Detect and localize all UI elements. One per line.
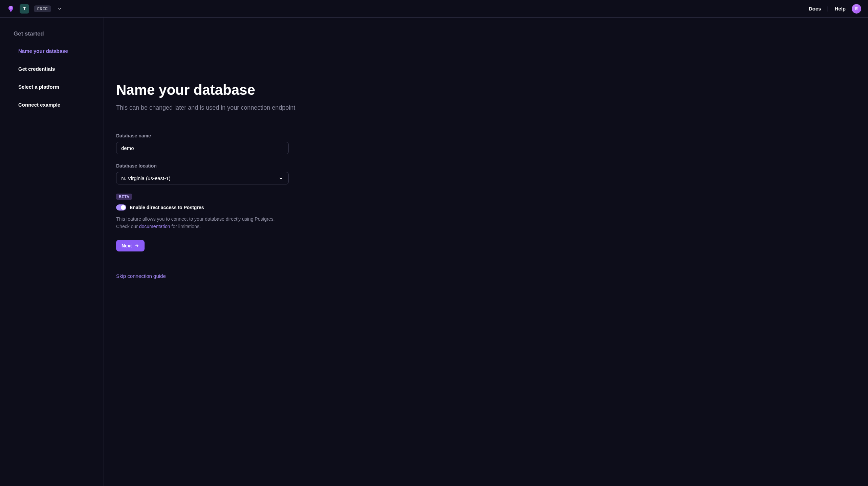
- toggle-row: Enable direct access to Postgres: [116, 204, 409, 211]
- header: T FREE Docs | Help E: [0, 0, 868, 18]
- layout: Get started Name your database Get crede…: [0, 18, 868, 486]
- beta-section: BETA Enable direct access to Postgres Th…: [116, 193, 409, 230]
- db-name-group: Database name: [116, 133, 409, 154]
- sidebar-items: Name your database Get credentials Selec…: [14, 48, 90, 108]
- db-location-label: Database location: [116, 163, 409, 169]
- workspace-badge[interactable]: T: [20, 4, 29, 14]
- chevron-down-icon: [57, 6, 62, 11]
- workspace-dropdown-button[interactable]: [56, 5, 63, 13]
- feature-desc-part2: for limitations.: [170, 224, 201, 229]
- db-location-value: N. Virginia (us-east-1): [121, 175, 171, 181]
- db-location-group: Database location N. Virginia (us-east-1…: [116, 163, 409, 184]
- feature-description: This feature allows you to connect to yo…: [116, 215, 289, 230]
- sidebar-item-get-credentials[interactable]: Get credentials: [18, 66, 90, 72]
- next-button-label: Next: [122, 243, 132, 248]
- toggle-label: Enable direct access to Postgres: [130, 205, 204, 210]
- docs-link[interactable]: Docs: [809, 6, 821, 12]
- beta-badge: BETA: [116, 194, 132, 200]
- avatar[interactable]: E: [852, 4, 861, 14]
- page-subtitle: This can be changed later and is used in…: [116, 104, 409, 111]
- chevron-down-icon: [278, 176, 284, 181]
- documentation-link[interactable]: documentation: [139, 224, 170, 229]
- page-title: Name your database: [116, 82, 409, 98]
- postgres-toggle[interactable]: [116, 204, 126, 211]
- plan-badge: FREE: [34, 5, 51, 12]
- sidebar-item-name-database[interactable]: Name your database: [18, 48, 90, 54]
- help-link[interactable]: Help: [834, 6, 846, 12]
- logo-icon[interactable]: [7, 5, 15, 13]
- sidebar-item-select-platform[interactable]: Select a platform: [18, 84, 90, 90]
- sidebar-item-connect-example[interactable]: Connect example: [18, 102, 90, 108]
- db-name-input[interactable]: [116, 142, 289, 154]
- next-button[interactable]: Next: [116, 240, 145, 251]
- header-divider: |: [827, 6, 828, 12]
- sidebar-title: Get started: [14, 30, 90, 37]
- toggle-handle: [121, 205, 126, 210]
- sidebar: Get started Name your database Get crede…: [0, 18, 104, 486]
- db-location-select[interactable]: N. Virginia (us-east-1): [116, 172, 289, 184]
- header-left: T FREE: [7, 4, 63, 14]
- arrow-right-icon: [134, 243, 139, 248]
- header-right: Docs | Help E: [809, 4, 861, 14]
- db-name-label: Database name: [116, 133, 409, 138]
- skip-link[interactable]: Skip connection guide: [116, 273, 166, 279]
- main-content: Name your database This can be changed l…: [104, 18, 409, 486]
